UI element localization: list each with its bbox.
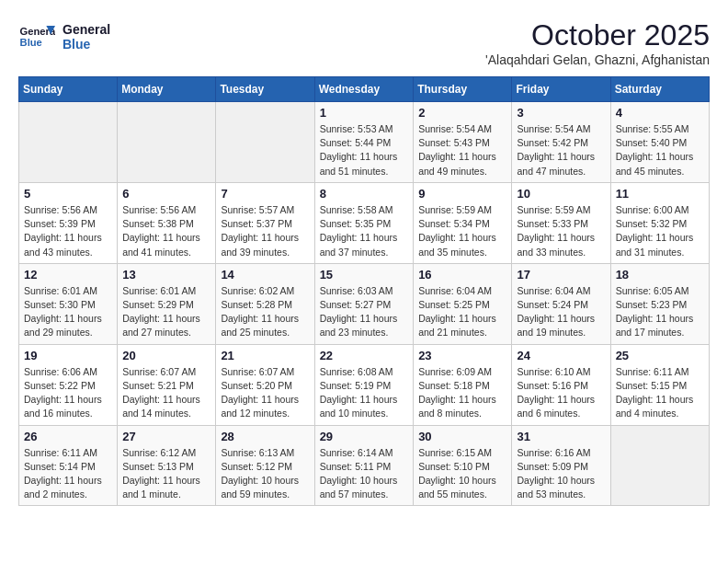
day-info: Sunrise: 6:08 AM Sunset: 5:19 PM Dayligh… — [320, 365, 409, 421]
day-info: Sunrise: 5:54 AM Sunset: 5:43 PM Dayligh… — [418, 122, 506, 178]
table-row: 23Sunrise: 6:09 AM Sunset: 5:18 PM Dayli… — [414, 344, 512, 425]
logo-text-blue: Blue — [63, 37, 110, 52]
table-row: 11Sunrise: 6:00 AM Sunset: 5:32 PM Dayli… — [610, 182, 709, 263]
day-info: Sunrise: 5:53 AM Sunset: 5:44 PM Dayligh… — [320, 122, 409, 178]
table-row: 5Sunrise: 5:56 AM Sunset: 5:39 PM Daylig… — [19, 182, 118, 263]
table-row: 14Sunrise: 6:02 AM Sunset: 5:28 PM Dayli… — [216, 263, 314, 344]
day-info: Sunrise: 5:59 AM Sunset: 5:33 PM Dayligh… — [517, 203, 605, 259]
day-info: Sunrise: 6:00 AM Sunset: 5:32 PM Dayligh… — [616, 203, 704, 259]
header-sunday: Sunday — [19, 77, 118, 102]
day-info: Sunrise: 6:09 AM Sunset: 5:18 PM Dayligh… — [418, 365, 506, 421]
day-number: 6 — [122, 187, 210, 201]
day-number: 1 — [320, 106, 409, 120]
day-number: 15 — [320, 268, 409, 282]
table-row: 13Sunrise: 6:01 AM Sunset: 5:29 PM Dayli… — [118, 263, 216, 344]
table-row: 28Sunrise: 6:13 AM Sunset: 5:12 PM Dayli… — [216, 425, 314, 506]
table-row: 6Sunrise: 5:56 AM Sunset: 5:38 PM Daylig… — [118, 182, 216, 263]
day-info: Sunrise: 5:56 AM Sunset: 5:38 PM Dayligh… — [122, 203, 210, 259]
day-info: Sunrise: 6:14 AM Sunset: 5:11 PM Dayligh… — [320, 446, 409, 502]
day-number: 31 — [517, 430, 605, 443]
day-info: Sunrise: 6:03 AM Sunset: 5:27 PM Dayligh… — [320, 284, 409, 340]
table-row: 18Sunrise: 6:05 AM Sunset: 5:23 PM Dayli… — [610, 263, 709, 344]
day-number: 29 — [320, 430, 409, 443]
table-row: 20Sunrise: 6:07 AM Sunset: 5:21 PM Dayli… — [118, 344, 216, 425]
day-info: Sunrise: 6:16 AM Sunset: 5:09 PM Dayligh… — [517, 446, 605, 502]
day-info: Sunrise: 6:07 AM Sunset: 5:21 PM Dayligh… — [122, 365, 210, 421]
day-number: 22 — [320, 349, 409, 362]
day-number: 14 — [221, 268, 309, 282]
day-info: Sunrise: 6:13 AM Sunset: 5:12 PM Dayligh… — [221, 446, 309, 502]
table-row: 17Sunrise: 6:04 AM Sunset: 5:24 PM Dayli… — [512, 263, 610, 344]
day-info: Sunrise: 6:07 AM Sunset: 5:20 PM Dayligh… — [221, 365, 309, 421]
table-row — [19, 102, 118, 183]
table-row: 21Sunrise: 6:07 AM Sunset: 5:20 PM Dayli… — [216, 344, 314, 425]
location: 'Alaqahdari Gelan, Ghazni, Afghanistan — [485, 52, 710, 67]
day-number: 18 — [616, 268, 704, 282]
table-row: 2Sunrise: 5:54 AM Sunset: 5:43 PM Daylig… — [414, 102, 512, 183]
table-row: 24Sunrise: 6:10 AM Sunset: 5:16 PM Dayli… — [512, 344, 610, 425]
day-info: Sunrise: 6:12 AM Sunset: 5:13 PM Dayligh… — [122, 446, 210, 502]
logo-icon: General Blue — [18, 18, 55, 55]
day-number: 24 — [517, 349, 605, 362]
day-info: Sunrise: 5:56 AM Sunset: 5:39 PM Dayligh… — [24, 203, 112, 259]
table-row: 7Sunrise: 5:57 AM Sunset: 5:37 PM Daylig… — [216, 182, 314, 263]
day-number: 10 — [517, 187, 605, 201]
day-number: 21 — [221, 349, 309, 362]
table-row: 16Sunrise: 6:04 AM Sunset: 5:25 PM Dayli… — [414, 263, 512, 344]
day-info: Sunrise: 6:06 AM Sunset: 5:22 PM Dayligh… — [24, 365, 112, 421]
table-row: 30Sunrise: 6:15 AM Sunset: 5:10 PM Dayli… — [414, 425, 512, 506]
day-number: 20 — [122, 349, 210, 362]
header-thursday: Thursday — [414, 77, 512, 102]
day-number: 2 — [418, 106, 506, 120]
table-row: 22Sunrise: 6:08 AM Sunset: 5:19 PM Dayli… — [314, 344, 414, 425]
day-number: 12 — [24, 268, 112, 282]
day-number: 25 — [616, 349, 704, 362]
table-row: 26Sunrise: 6:11 AM Sunset: 5:14 PM Dayli… — [19, 425, 118, 506]
day-number: 23 — [418, 349, 506, 362]
day-info: Sunrise: 5:59 AM Sunset: 5:34 PM Dayligh… — [418, 203, 506, 259]
day-number: 9 — [418, 187, 506, 201]
day-info: Sunrise: 6:05 AM Sunset: 5:23 PM Dayligh… — [616, 284, 704, 340]
day-number: 17 — [517, 268, 605, 282]
logo-text-general: General — [63, 22, 110, 37]
calendar-week-row: 26Sunrise: 6:11 AM Sunset: 5:14 PM Dayli… — [19, 425, 710, 506]
table-row: 4Sunrise: 5:55 AM Sunset: 5:40 PM Daylig… — [610, 102, 709, 183]
day-number: 19 — [24, 349, 112, 362]
table-row: 3Sunrise: 5:54 AM Sunset: 5:42 PM Daylig… — [512, 102, 610, 183]
logo: General Blue General Blue — [18, 18, 110, 55]
table-row: 25Sunrise: 6:11 AM Sunset: 5:15 PM Dayli… — [610, 344, 709, 425]
day-number: 28 — [221, 430, 309, 443]
header-monday: Monday — [118, 77, 216, 102]
day-number: 27 — [122, 430, 210, 443]
header-friday: Friday — [512, 77, 610, 102]
table-row — [610, 425, 709, 506]
table-row: 12Sunrise: 6:01 AM Sunset: 5:30 PM Dayli… — [19, 263, 118, 344]
day-number: 26 — [24, 430, 112, 443]
table-row: 10Sunrise: 5:59 AM Sunset: 5:33 PM Dayli… — [512, 182, 610, 263]
page-header: General Blue General Blue October 2025 '… — [18, 18, 710, 67]
day-info: Sunrise: 6:15 AM Sunset: 5:10 PM Dayligh… — [418, 446, 506, 502]
day-info: Sunrise: 6:10 AM Sunset: 5:16 PM Dayligh… — [517, 365, 605, 421]
day-info: Sunrise: 5:58 AM Sunset: 5:35 PM Dayligh… — [320, 203, 409, 259]
day-number: 16 — [418, 268, 506, 282]
calendar-week-row: 12Sunrise: 6:01 AM Sunset: 5:30 PM Dayli… — [19, 263, 710, 344]
day-info: Sunrise: 6:04 AM Sunset: 5:25 PM Dayligh… — [418, 284, 506, 340]
calendar-header-row: Sunday Monday Tuesday Wednesday Thursday… — [19, 77, 710, 102]
day-info: Sunrise: 6:01 AM Sunset: 5:30 PM Dayligh… — [24, 284, 112, 340]
header-saturday: Saturday — [610, 77, 709, 102]
day-number: 5 — [24, 187, 112, 201]
title-block: October 2025 'Alaqahdari Gelan, Ghazni, … — [485, 18, 710, 67]
table-row: 8Sunrise: 5:58 AM Sunset: 5:35 PM Daylig… — [314, 182, 414, 263]
day-info: Sunrise: 6:01 AM Sunset: 5:29 PM Dayligh… — [122, 284, 210, 340]
day-number: 13 — [122, 268, 210, 282]
header-wednesday: Wednesday — [314, 77, 414, 102]
day-info: Sunrise: 5:54 AM Sunset: 5:42 PM Dayligh… — [517, 122, 605, 178]
table-row: 15Sunrise: 6:03 AM Sunset: 5:27 PM Dayli… — [314, 263, 414, 344]
table-row: 27Sunrise: 6:12 AM Sunset: 5:13 PM Dayli… — [118, 425, 216, 506]
table-row: 31Sunrise: 6:16 AM Sunset: 5:09 PM Dayli… — [512, 425, 610, 506]
table-row: 1Sunrise: 5:53 AM Sunset: 5:44 PM Daylig… — [314, 102, 414, 183]
day-info: Sunrise: 5:57 AM Sunset: 5:37 PM Dayligh… — [221, 203, 309, 259]
day-number: 11 — [616, 187, 704, 201]
day-number: 3 — [517, 106, 605, 120]
header-tuesday: Tuesday — [216, 77, 314, 102]
